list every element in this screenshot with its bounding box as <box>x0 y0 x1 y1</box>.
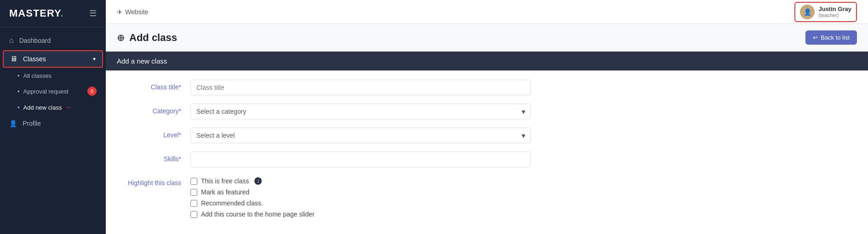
class-title-row: Class title* <box>117 80 857 95</box>
form-panel: Add a new class Class title* Category* <box>106 52 868 234</box>
category-control: Select a category <box>190 104 531 119</box>
form-panel-header: Add a new class <box>106 52 868 70</box>
sidebar-item-classes[interactable]: 🖥 Classes ▾ <box>3 50 103 68</box>
sidebar-item-add-new-class[interactable]: Add new class ← <box>0 99 106 115</box>
info-icon[interactable]: i <box>254 177 262 185</box>
level-row: Level* Select a level <box>117 128 857 143</box>
sidebar-item-dashboard[interactable]: ⌂ Dashboard <box>0 32 106 49</box>
recommended-checkbox[interactable] <box>190 200 197 207</box>
user-details: Justin Gray (teacher) <box>818 6 851 18</box>
website-link[interactable]: ✈ Website <box>117 8 148 16</box>
featured-item[interactable]: Mark as featured <box>190 188 531 196</box>
home-slider-checkbox[interactable] <box>190 211 197 218</box>
skills-label: Skills* <box>117 152 190 163</box>
website-icon: ✈ <box>117 8 122 16</box>
profile-icon: 👤 <box>9 120 17 127</box>
skills-row: Skills* <box>117 152 857 167</box>
form-body: Class title* Category* Select a category <box>106 70 868 234</box>
dashboard-icon: ⌂ <box>9 36 14 45</box>
back-to-list-button[interactable]: ↩ Back to list <box>805 30 857 45</box>
category-row: Category* Select a category <box>117 104 857 119</box>
sidebar-logo: MASTERY. ☰ <box>0 0 106 27</box>
skills-input[interactable] <box>190 152 531 167</box>
sidebar-item-all-classes[interactable]: All classes <box>0 69 106 83</box>
avatar: 👤 <box>800 5 815 19</box>
category-label: Category* <box>117 104 190 115</box>
sidebar: MASTERY. ☰ ⌂ Dashboard 🖥 Classes ▾ All c… <box>0 0 106 234</box>
hamburger-icon[interactable]: ☰ <box>89 8 97 18</box>
free-class-item[interactable]: This is free class i <box>190 177 531 185</box>
highlight-control: This is free class i Mark as featured Re… <box>190 176 531 218</box>
topbar: ✈ Website 👤 Justin Gray (teacher) <box>106 0 868 24</box>
class-title-input[interactable] <box>190 80 531 95</box>
free-class-checkbox[interactable] <box>190 178 197 185</box>
main-area: ✈ Website 👤 Justin Gray (teacher) ⊕ Add … <box>106 0 868 234</box>
level-control: Select a level <box>190 128 531 143</box>
sidebar-item-profile[interactable]: 👤 Profile <box>0 115 106 132</box>
category-select-wrapper: Select a category <box>190 104 531 119</box>
highlight-row: Highlight this class This is free class … <box>117 176 857 218</box>
back-arrow-icon: ↩ <box>813 34 818 41</box>
class-title-control <box>190 80 531 95</box>
classes-icon: 🖥 <box>10 55 17 63</box>
recommended-item[interactable]: Recommended class. <box>190 199 531 207</box>
category-select[interactable]: Select a category <box>190 104 531 119</box>
approval-badge: 0 <box>87 87 97 96</box>
page-title: ⊕ Add class <box>117 32 177 44</box>
level-select[interactable]: Select a level <box>190 128 531 143</box>
level-label: Level* <box>117 128 190 139</box>
user-info[interactable]: 👤 Justin Gray (teacher) <box>794 2 857 22</box>
home-slider-item[interactable]: Add this course to the home page slider <box>190 211 531 218</box>
skills-control <box>190 152 531 167</box>
checkbox-group: This is free class i Mark as featured Re… <box>190 176 531 218</box>
sidebar-item-approval-request[interactable]: Approval request 0 <box>0 83 106 99</box>
sidebar-nav: ⌂ Dashboard 🖥 Classes ▾ All classes Appr… <box>0 27 106 234</box>
highlight-label: Highlight this class <box>117 176 190 187</box>
page-header: ⊕ Add class ↩ Back to list <box>106 24 868 52</box>
chevron-down-icon: ▾ <box>93 56 96 62</box>
logo-text: MASTERY. <box>9 7 63 19</box>
arrow-right-icon: ← <box>65 103 73 111</box>
level-select-wrapper: Select a level <box>190 128 531 143</box>
content-area: Add a new class Class title* Category* <box>106 52 868 234</box>
featured-checkbox[interactable] <box>190 189 197 196</box>
add-class-icon: ⊕ <box>117 32 125 43</box>
sub-nav: All classes Approval request 0 Add new c… <box>0 69 106 115</box>
class-title-label: Class title* <box>117 80 190 91</box>
